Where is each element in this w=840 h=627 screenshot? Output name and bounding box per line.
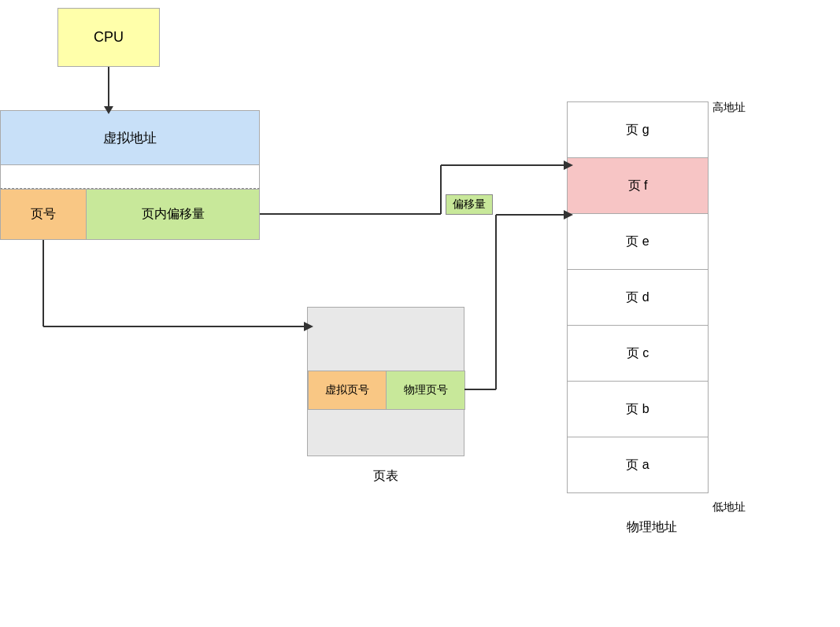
phys-page-0: 页 g xyxy=(567,101,709,158)
page-number-box: 页号 xyxy=(0,189,87,240)
offset-badge: 偏移量 xyxy=(446,194,493,215)
physical-address-label: 物理地址 xyxy=(605,519,699,536)
diagram-container: CPU 虚拟地址 页号 页内偏移量 虚拟页号 物理页号 页表 页 g页 f页 e… xyxy=(0,0,840,627)
page-table-vp: 虚拟页号 xyxy=(308,371,387,410)
cpu-box: CPU xyxy=(57,8,160,67)
physical-memory: 页 g页 f页 e页 d页 c页 b页 a xyxy=(567,102,709,493)
page-number-label: 页号 xyxy=(31,206,56,223)
virtual-address-label: 虚拟地址 xyxy=(103,129,157,147)
page-table-box: 虚拟页号 物理页号 xyxy=(307,307,464,456)
high-address-label: 高地址 xyxy=(712,101,746,115)
page-table-row: 虚拟页号 物理页号 xyxy=(308,371,465,410)
phys-page-3: 页 d xyxy=(567,269,709,326)
va-dashed-line xyxy=(0,165,260,189)
virtual-address-box: 虚拟地址 xyxy=(0,110,260,165)
phys-page-4: 页 c xyxy=(567,325,709,382)
phys-page-1: 页 f xyxy=(567,157,709,214)
low-address-label: 低地址 xyxy=(712,500,746,515)
page-table-pp: 物理页号 xyxy=(387,371,465,410)
page-table-label: 页表 xyxy=(339,468,433,485)
phys-page-2: 页 e xyxy=(567,213,709,270)
page-offset-box: 页内偏移量 xyxy=(87,189,260,240)
page-offset-label: 页内偏移量 xyxy=(142,206,205,223)
cpu-label: CPU xyxy=(94,29,124,46)
phys-page-5: 页 b xyxy=(567,381,709,437)
phys-page-6: 页 a xyxy=(567,437,709,493)
